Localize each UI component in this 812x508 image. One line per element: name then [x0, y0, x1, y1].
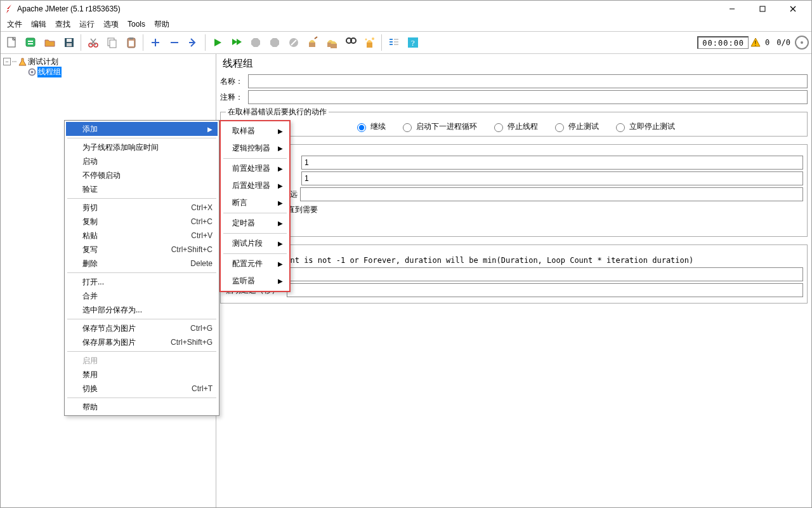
- sub-assertion[interactable]: 断言▶: [222, 194, 288, 211]
- collapse-icon[interactable]: −: [3, 58, 11, 65]
- sub-timer[interactable]: 定时器▶: [222, 215, 288, 232]
- copy-button[interactable]: [103, 34, 121, 51]
- help-button[interactable]: ?: [404, 34, 421, 51]
- stop-remote-button[interactable]: [285, 34, 302, 51]
- clear-all-button[interactable]: [323, 34, 340, 51]
- radio-stop-test-now[interactable]: 立即停止测试: [613, 121, 675, 132]
- start-no-pause-button[interactable]: [228, 34, 245, 51]
- sub-config-element[interactable]: 配置元件▶: [222, 255, 288, 272]
- radio-start-next-loop[interactable]: 启动下一进程循环: [400, 121, 477, 132]
- minimize-button[interactable]: [717, 1, 747, 17]
- menu-help[interactable]: 帮助: [150, 18, 173, 31]
- svg-point-38: [372, 37, 374, 40]
- ctx-open[interactable]: 打开...: [66, 275, 218, 289]
- startup-delay-input[interactable]: [287, 283, 803, 297]
- radio-stop-thread[interactable]: 停止线程: [491, 121, 538, 132]
- ctx-help[interactable]: 帮助: [66, 400, 218, 414]
- clear-button[interactable]: [304, 34, 321, 51]
- save-button[interactable]: [60, 34, 77, 51]
- new-button[interactable]: [3, 34, 20, 51]
- start-button[interactable]: [209, 34, 226, 51]
- ctx-save-screen-image[interactable]: 保存屏幕为图片Ctrl+Shift+G: [66, 335, 218, 349]
- ctx-validate[interactable]: 验证: [66, 182, 218, 196]
- ctx-save-node-image[interactable]: 保存节点为图片Ctrl+G: [66, 321, 218, 335]
- open-button[interactable]: [41, 34, 58, 51]
- stop-button[interactable]: [247, 34, 264, 51]
- svg-rect-10: [67, 43, 72, 46]
- svg-text:?: ?: [411, 38, 415, 48]
- comments-input[interactable]: [248, 90, 808, 104]
- svg-rect-19: [129, 41, 134, 46]
- ctx-duplicate[interactable]: 复写Ctrl+Shift+C: [66, 243, 218, 257]
- menu-search[interactable]: 查找: [51, 18, 74, 31]
- radio-continue[interactable]: 继续: [354, 121, 386, 132]
- radio-stop-test[interactable]: 停止测试: [552, 121, 599, 132]
- svg-rect-16: [110, 40, 116, 48]
- menu-run[interactable]: 运行: [75, 18, 98, 31]
- ctx-remove[interactable]: 删除Delete: [66, 257, 218, 271]
- menubar: 文件 编辑 查找 运行 选项 Tools 帮助: [1, 17, 811, 31]
- chevron-right-icon: ▶: [278, 145, 283, 152]
- sub-logic-controller[interactable]: 逻辑控制器▶: [222, 140, 288, 157]
- svg-marker-27: [251, 38, 260, 47]
- ctx-add-think-time[interactable]: 为子线程添加响应时间: [66, 140, 218, 154]
- expand-button[interactable]: [147, 34, 164, 51]
- collapse-button[interactable]: [166, 34, 183, 51]
- paste-button[interactable]: [122, 34, 140, 51]
- chevron-right-icon: ▶: [278, 165, 283, 172]
- scheduler-fieldset: 调度器配置 ! If Loop Count is not -1 or Forev…: [220, 239, 808, 304]
- ctx-copy[interactable]: 复制Ctrl+C: [66, 215, 218, 229]
- ctx-add[interactable]: 添加▶: [66, 122, 218, 136]
- svg-rect-1: [760, 6, 765, 11]
- tree-root[interactable]: − ┄ 测试计划: [3, 57, 216, 67]
- menu-edit[interactable]: 编辑: [27, 18, 50, 31]
- duration-input[interactable]: [287, 267, 803, 281]
- ctx-start-no-pause[interactable]: 不停顿启动: [66, 168, 218, 182]
- menu-tools[interactable]: Tools: [124, 18, 149, 30]
- reset-search-button[interactable]: [361, 34, 378, 51]
- sub-post-processor[interactable]: 后置处理器▶: [222, 177, 288, 194]
- sub-test-fragment[interactable]: 测试片段▶: [222, 235, 288, 252]
- shutdown-button[interactable]: [266, 34, 283, 51]
- ctx-merge[interactable]: 合并: [66, 289, 218, 303]
- context-submenu-add: 取样器▶ 逻辑控制器▶ 前置处理器▶ 后置处理器▶ 断言▶ 定时器▶ 测试片段▶…: [219, 120, 291, 292]
- svg-point-39: [365, 39, 367, 41]
- sub-pre-processor[interactable]: 前置处理器▶: [222, 160, 288, 177]
- name-label: 名称：: [220, 76, 246, 87]
- tree-thread-group[interactable]: 线程组: [3, 67, 216, 77]
- svg-rect-5: [26, 38, 35, 46]
- menu-file[interactable]: 文件: [3, 18, 26, 31]
- cut-button[interactable]: [84, 34, 102, 51]
- ctx-save-selection[interactable]: 选中部分保存为...: [66, 303, 218, 317]
- name-input[interactable]: [248, 74, 808, 88]
- menu-options[interactable]: 选项: [100, 18, 122, 31]
- ctx-start[interactable]: 启动: [66, 154, 218, 168]
- window-title: Apache JMeter (5.1 r1853635): [17, 4, 717, 13]
- loop-input[interactable]: [300, 187, 803, 201]
- chevron-right-icon: ▶: [278, 220, 283, 227]
- search-button[interactable]: [342, 34, 359, 51]
- svg-point-50: [801, 41, 803, 44]
- toggle-button[interactable]: [185, 34, 202, 51]
- sub-listener[interactable]: 监听器▶: [222, 272, 288, 290]
- warning-icon[interactable]: !: [750, 37, 761, 48]
- svg-marker-25: [232, 39, 237, 45]
- elapsed-timer: 00:00:00: [697, 36, 749, 49]
- test-plan-tree[interactable]: − ┄ 测试计划 线程组 添加▶ 为子线程添加响应时间 启动 不停顿启动 验证 …: [1, 54, 216, 507]
- gear-icon: [27, 67, 36, 76]
- templates-button[interactable]: [22, 34, 39, 51]
- function-helper-button[interactable]: [385, 34, 402, 51]
- svg-rect-9: [67, 39, 72, 42]
- window-buttons: [717, 1, 808, 17]
- chevron-right-icon: ▶: [278, 182, 283, 189]
- ctx-disable[interactable]: 禁用: [66, 368, 218, 382]
- svg-rect-43: [394, 39, 398, 40]
- maximize-button[interactable]: [748, 1, 777, 17]
- ctx-paste[interactable]: 粘贴Ctrl+V: [66, 229, 218, 243]
- rampup-input[interactable]: [301, 171, 803, 185]
- ctx-toggle[interactable]: 切换Ctrl+T: [66, 382, 218, 396]
- sub-sampler[interactable]: 取样器▶: [222, 123, 288, 140]
- ctx-cut[interactable]: 剪切Ctrl+X: [66, 201, 218, 215]
- threads-input[interactable]: [301, 156, 803, 170]
- close-button[interactable]: [778, 1, 808, 17]
